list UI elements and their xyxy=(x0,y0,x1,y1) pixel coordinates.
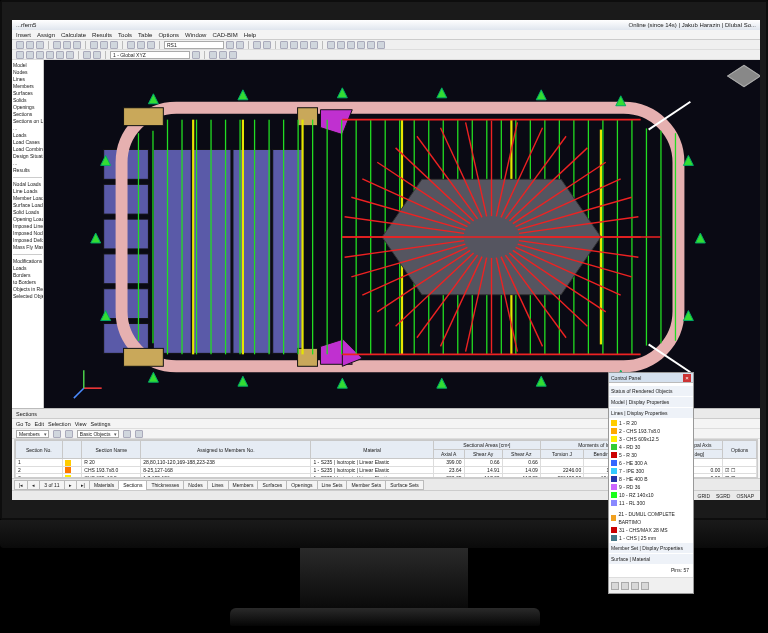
legend-item[interactable]: 3 - CHS 609x12.5 xyxy=(611,435,691,443)
close-icon[interactable]: × xyxy=(683,374,691,382)
control-panel-footer xyxy=(609,577,693,593)
pan-icon[interactable] xyxy=(137,41,145,49)
tab-member-sets[interactable]: Member Sets xyxy=(346,480,386,490)
menu-calculate[interactable]: Calculate xyxy=(61,32,86,38)
menu-options[interactable]: Options xyxy=(158,32,179,38)
grid-icon[interactable] xyxy=(219,51,227,59)
tab-sections[interactable]: Sections xyxy=(118,480,147,490)
menu-assign[interactable]: Assign xyxy=(37,32,55,38)
svg-rect-8 xyxy=(233,150,271,354)
view-iso-icon[interactable] xyxy=(280,41,288,49)
support-icon[interactable] xyxy=(56,51,64,59)
tab-surface-sets[interactable]: Surface Sets xyxy=(385,480,424,490)
legend-item[interactable]: 11 - RL 300 xyxy=(611,499,691,507)
view-y-icon[interactable] xyxy=(300,41,308,49)
legend-item[interactable]: 2 - CHS 193.7x8.0 xyxy=(611,427,691,435)
snap-icon[interactable] xyxy=(209,51,217,59)
tab-openings[interactable]: Openings xyxy=(286,480,317,490)
legend-item[interactable]: 21 - DUMUL COMPLETE BARTIMO xyxy=(611,510,691,526)
nav-first-icon[interactable]: |◂ xyxy=(14,480,28,490)
legend-item[interactable]: 10 - RZ 140x10 xyxy=(611,491,691,499)
gear-icon[interactable] xyxy=(377,41,385,49)
save-icon[interactable] xyxy=(36,41,44,49)
legend-item[interactable]: 8 - HE 400 B xyxy=(611,475,691,483)
nav-last-icon[interactable]: ▸| xyxy=(76,480,90,490)
cp-range-icon[interactable] xyxy=(631,582,639,590)
open-icon[interactable] xyxy=(26,41,34,49)
text-icon[interactable] xyxy=(93,51,101,59)
tab-surfaces[interactable]: Surfaces xyxy=(257,480,287,490)
tab-nodes[interactable]: Nodes xyxy=(183,480,207,490)
tab-lines[interactable]: Lines xyxy=(207,480,229,490)
legend-item[interactable]: 5 - R 30 xyxy=(611,451,691,459)
legend-item[interactable]: 31 - CHS/MAX 28 MS xyxy=(611,526,691,534)
status-sgrd[interactable]: SGRD xyxy=(716,493,730,499)
cp-toggle-icon[interactable] xyxy=(611,582,619,590)
menu-insert[interactable]: Insert xyxy=(16,32,31,38)
legend-item[interactable]: 9 - RD 36 xyxy=(611,483,691,491)
tab-line-sets[interactable]: Line Sets xyxy=(317,480,348,490)
tab-members[interactable]: Members xyxy=(228,480,259,490)
tab-materials[interactable]: Materials xyxy=(89,480,119,490)
dim-icon[interactable] xyxy=(83,51,91,59)
legend-item[interactable]: 1 - CHS | 25 mm xyxy=(611,534,691,542)
surface-icon[interactable] xyxy=(46,51,54,59)
menu-tools[interactable]: Tools xyxy=(118,32,132,38)
wp-icon[interactable] xyxy=(192,51,200,59)
table-filter-icon[interactable] xyxy=(123,430,131,438)
render-icon[interactable] xyxy=(327,41,335,49)
load-icon[interactable] xyxy=(66,51,74,59)
copy-icon[interactable] xyxy=(100,41,108,49)
cp-color-icon[interactable] xyxy=(621,582,629,590)
line-icon[interactable] xyxy=(26,51,34,59)
table-fwd-icon[interactable] xyxy=(65,430,73,438)
zoom-icon[interactable] xyxy=(127,41,135,49)
menu-window[interactable]: Window xyxy=(185,32,206,38)
cut-icon[interactable] xyxy=(90,41,98,49)
tab-thicknesses[interactable]: Thicknesses xyxy=(146,480,184,490)
menu-help[interactable]: Help xyxy=(244,32,256,38)
prev-icon[interactable] xyxy=(226,41,234,49)
menu-table[interactable]: Table xyxy=(138,32,152,38)
workplane-select[interactable]: 1 - Global XYZ xyxy=(110,51,190,59)
wire-icon[interactable] xyxy=(337,41,345,49)
legend-item[interactable]: 4 - RD 30 xyxy=(611,443,691,451)
redo-icon[interactable] xyxy=(73,41,81,49)
color-icon[interactable] xyxy=(347,41,355,49)
menu-cad-bim[interactable]: CAD-BIM xyxy=(212,32,237,38)
toolbar-1: RS1 xyxy=(12,40,760,50)
table-cols-icon[interactable] xyxy=(135,430,143,438)
print-icon[interactable] xyxy=(53,41,61,49)
control-panel-titlebar[interactable]: Control Panel × xyxy=(609,373,693,383)
results-icon[interactable] xyxy=(263,41,271,49)
undo-icon[interactable] xyxy=(63,41,71,49)
control-panel[interactable]: Control Panel × Status of Rendered Objec… xyxy=(608,372,694,594)
table-back-icon[interactable] xyxy=(53,430,61,438)
osnap-icon[interactable] xyxy=(229,51,237,59)
numbering-icon[interactable] xyxy=(357,41,365,49)
new-icon[interactable] xyxy=(16,41,24,49)
table-combo-1[interactable]: Members xyxy=(16,430,49,438)
paste-icon[interactable] xyxy=(110,41,118,49)
cp-options-icon[interactable] xyxy=(641,582,649,590)
view-z-icon[interactable] xyxy=(310,41,318,49)
model-viewport[interactable] xyxy=(44,60,760,408)
next-icon[interactable] xyxy=(236,41,244,49)
filter-icon[interactable] xyxy=(367,41,375,49)
view-x-icon[interactable] xyxy=(290,41,298,49)
status-grid[interactable]: GRID xyxy=(698,493,711,499)
menu-results[interactable]: Results xyxy=(92,32,112,38)
svg-marker-102 xyxy=(238,90,248,100)
titlebar: ...rfem5 Online (since 14s) | Jakub Hara… xyxy=(12,20,760,30)
loadcase-select[interactable]: RS1 xyxy=(164,41,224,49)
node-icon[interactable] xyxy=(16,51,24,59)
rotate-icon[interactable] xyxy=(147,41,155,49)
member-icon[interactable] xyxy=(36,51,44,59)
legend-item[interactable]: 1 - R 20 xyxy=(611,419,691,427)
table-combo-2[interactable]: Basic Objects xyxy=(77,430,120,438)
navigator-tree[interactable]: Model Nodes Lines Members Surfaces Solid… xyxy=(12,60,44,408)
legend-item[interactable]: 6 - HE 300 A xyxy=(611,459,691,467)
status-osnap[interactable]: OSNAP xyxy=(736,493,754,499)
calc-icon[interactable] xyxy=(253,41,261,49)
legend-item[interactable]: 7 - IPE 300 xyxy=(611,467,691,475)
